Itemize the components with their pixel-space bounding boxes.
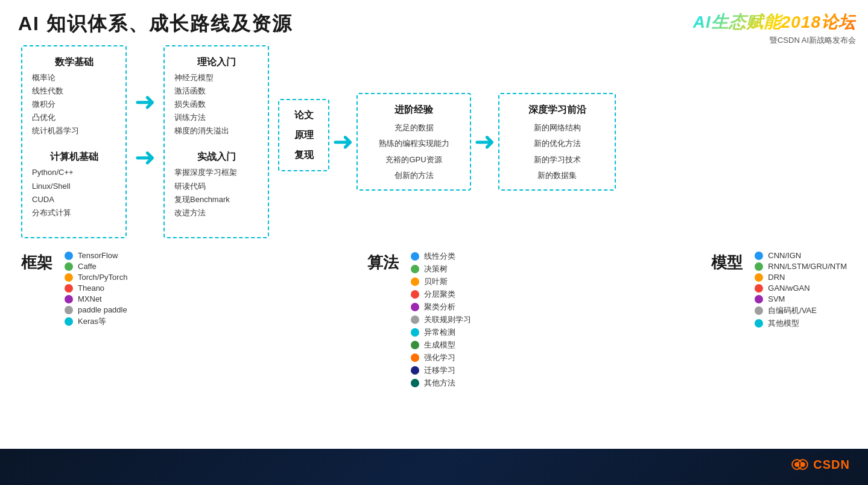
fw-name-4: MXNet: [78, 294, 102, 303]
fw-item-0: TensorFlow: [65, 251, 127, 260]
mdl-name-2: DRN: [768, 273, 785, 282]
arrow-4: ➜: [474, 129, 495, 154]
cs-title: 计算机基础: [32, 151, 116, 163]
math-title: 数学基础: [32, 56, 116, 69]
advanced-item-4: 创新的方法: [394, 169, 434, 182]
fw-dot-2: [65, 273, 73, 282]
alg-item-5: 关联规则学习: [411, 314, 471, 325]
fw-item-3: Theano: [65, 284, 127, 293]
alg-dot-6: [411, 328, 419, 337]
alg-name-7: 生成模型: [424, 340, 455, 350]
mdl-dot-6: [755, 319, 763, 328]
fw-name-0: TensorFlow: [78, 251, 118, 260]
csdn-text: CSDN: [813, 458, 850, 472]
arrow-3: ➜: [332, 129, 353, 154]
mdl-item-1: RNN/LSTM/GRU/NTM: [755, 262, 847, 271]
header: AI 知识体系、成长路线及资源 AI生态赋能2018论坛 暨CSDN AI新战略…: [18, 11, 856, 46]
fw-item-4: MXNet: [65, 294, 127, 303]
model-section: 模型 CNN/IGN RNN/LSTM/GRU/NTM DRN GAN/wGAN: [711, 249, 847, 388]
theory-item-3: 损失函数: [174, 98, 258, 111]
advanced-box: 进阶经验 充足的数据 熟练的编程实现能力 充裕的GPU资源 创新的方法: [356, 93, 471, 190]
arrow-2: ➜: [135, 145, 156, 170]
theory-box: 理论入门 神经元模型 激活函数 损失函数 训练方法 梯度的消失溢出 实战入门 掌…: [163, 45, 269, 238]
alg-name-5: 关联规则学习: [424, 314, 471, 325]
mdl-name-5: 自编码机/VAE: [768, 305, 817, 316]
mdl-dot-4: [755, 295, 763, 303]
framework-list: TensorFlow Caffe Torch/PyTorch Theano MX…: [65, 251, 127, 327]
cs-item-4: 分布式计算: [32, 206, 116, 220]
math-box: 数学基础 概率论 线性代数 微积分 凸优化 统计机器学习 计算机基础 Pytho…: [21, 45, 127, 238]
advanced-title: 进阶经验: [394, 104, 433, 116]
alg-name-4: 聚类分析: [424, 302, 455, 312]
deep-title: 深度学习前沿: [528, 104, 586, 116]
alg-dot-4: [411, 303, 419, 311]
theory-item-5: 梯度的消失溢出: [174, 124, 258, 138]
deep-item-3: 新的学习技术: [534, 153, 581, 166]
fw-name-1: Caffe: [78, 262, 97, 271]
framework-label: 框架: [21, 252, 52, 273]
fw-dot-0: [65, 252, 73, 260]
bg-bottom: [0, 449, 868, 485]
alg-item-2: 贝叶斯: [411, 276, 471, 287]
model-label: 模型: [711, 252, 743, 273]
alg-name-3: 分层聚类: [424, 289, 455, 300]
alg-item-9: 迁移学习: [411, 365, 471, 376]
fw-item-1: Caffe: [65, 262, 127, 271]
mdl-name-0: CNN/IGN: [768, 251, 801, 260]
alg-name-0: 线性分类: [424, 251, 455, 262]
main-title: AI 知识体系、成长路线及资源: [18, 11, 293, 37]
paper-box: 论文 原理 复现: [278, 99, 329, 171]
practice-item-1: 掌握深度学习框架: [174, 166, 258, 179]
theory-item-4: 训练方法: [174, 111, 258, 124]
alg-item-6: 异常检测: [411, 327, 471, 338]
alg-dot-7: [411, 341, 419, 349]
mdl-dot-2: [755, 273, 763, 282]
advanced-item-2: 熟练的编程实现能力: [379, 137, 449, 150]
paper-line-2: 原理: [294, 127, 314, 144]
fw-dot-3: [65, 284, 73, 293]
mdl-item-3: GAN/wGAN: [755, 284, 847, 293]
alg-item-1: 决策树: [411, 264, 471, 274]
theory-item-1: 神经元模型: [174, 71, 258, 84]
math-item-5: 统计机器学习: [32, 124, 116, 138]
alg-item-3: 分层聚类: [411, 289, 471, 300]
alg-name-8: 强化学习: [424, 352, 455, 363]
deep-item-4: 新的数据集: [537, 169, 577, 182]
alg-dot-10: [411, 379, 419, 387]
mdl-dot-3: [755, 284, 763, 293]
paper-line-1: 论文: [294, 107, 314, 124]
alg-item-8: 强化学习: [411, 352, 471, 363]
mdl-item-6: 其他模型: [755, 318, 847, 329]
alg-name-6: 异常检测: [424, 327, 455, 338]
fw-name-6: Keras等: [78, 316, 106, 327]
alg-name-2: 贝叶斯: [424, 276, 448, 287]
csdn-icon: [790, 455, 809, 474]
mdl-name-3: GAN/wGAN: [768, 284, 809, 293]
practice-item-2: 研读代码: [174, 180, 258, 193]
fw-name-5: paddle paddle: [78, 305, 127, 314]
advanced-item-1: 充足的数据: [394, 121, 434, 135]
main-content: 数学基础 概率论 线性代数 微积分 凸优化 统计机器学习 计算机基础 Pytho…: [0, 45, 868, 449]
fw-name-3: Theano: [78, 284, 104, 293]
math-item-2: 线性代数: [32, 84, 116, 98]
logo-area: AI生态赋能2018论坛 暨CSDN AI新战略发布会: [693, 11, 856, 46]
math-item-4: 凸优化: [32, 111, 116, 124]
advanced-item-3: 充裕的GPU资源: [385, 153, 442, 166]
bottom-section: 框架 TensorFlow Caffe Torch/PyTorch Theano: [15, 249, 853, 388]
deep-item-2: 新的优化方法: [534, 137, 581, 150]
alg-item-0: 线性分类: [411, 251, 471, 262]
algorithm-list: 线性分类 决策树 贝叶斯 分层聚类 聚类分析: [411, 251, 471, 388]
alg-name-10: 其他方法: [424, 378, 455, 388]
alg-dot-0: [411, 252, 419, 261]
logo-title: AI生态赋能2018论坛: [693, 11, 856, 34]
theory-title: 理论入门: [174, 56, 258, 69]
fw-name-2: Torch/PyTorch: [78, 273, 127, 282]
csdn-logo: CSDN: [790, 455, 850, 474]
fw-item-5: paddle paddle: [65, 305, 127, 314]
mdl-dot-5: [755, 306, 763, 315]
fw-dot-5: [65, 306, 73, 314]
mdl-name-6: 其他模型: [768, 318, 799, 329]
fw-item-2: Torch/PyTorch: [65, 273, 127, 282]
mdl-item-2: DRN: [755, 273, 847, 282]
math-item-1: 概率论: [32, 71, 116, 84]
